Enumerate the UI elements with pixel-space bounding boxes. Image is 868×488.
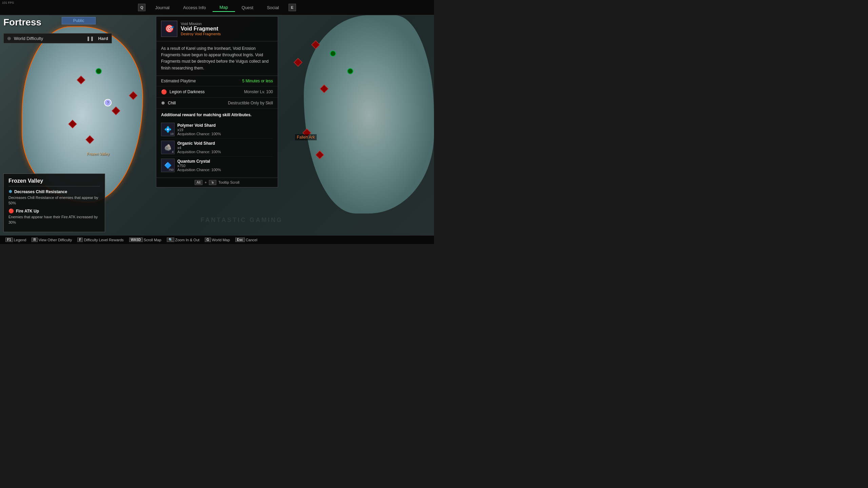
reward-section: Additional reward for matching skill Att… [156, 109, 278, 178]
quantum-name: Quantum Crystal [177, 159, 273, 164]
top-navigation: 101 FPS Q Journal Access Info Map Quest … [0, 0, 434, 15]
quantum-chance: Acquisition Chance: 100% [177, 168, 273, 172]
key-g: G [205, 238, 211, 242]
public-button[interactable]: Public [62, 17, 96, 24]
tooltip-key-alt: Alt [195, 180, 203, 185]
bottom-world-map[interactable]: G World Map [202, 238, 233, 242]
playtime-row: Estimated Playtime 5 Minutes or less [156, 76, 278, 86]
chill-trait-name: Decreases Chill Resistance [14, 189, 67, 194]
quantum-qty: x750 [177, 164, 273, 168]
quantum-badge: 750 [169, 168, 174, 171]
world-difficulty-bar[interactable]: ⊕ World Difficulty ❚❚ Hard [3, 33, 112, 43]
polymer-chance: Acquisition Chance: 100% [177, 132, 273, 136]
bottom-cancel[interactable]: Esc Cancel [233, 238, 260, 242]
organic-shard-icon: 🪨 4 [161, 141, 175, 154]
key-f1: F1 [5, 238, 13, 242]
bottom-difficulty-rewards[interactable]: F Difficulty Level Rewards [75, 238, 126, 242]
bottom-view-other-difficulty[interactable]: R View Other Difficulty [29, 238, 75, 242]
zoom-label: Zoom In & Out [175, 238, 200, 242]
organic-chance: Acquisition Chance: 100% [177, 150, 273, 154]
mission-subtitle: Destroy Void Fragments [181, 32, 273, 36]
fortress-title: Fortress [3, 17, 41, 28]
key-wasd: WASD [129, 238, 143, 242]
nav-quest[interactable]: Quest [235, 4, 260, 12]
fire-trait-name: Fire ATK Up [16, 209, 39, 214]
quantum-crystal-icon: 🔷 750 [161, 159, 175, 172]
mission-panel: 🎯 Void Mission Void Fragment Destroy Voi… [156, 16, 278, 187]
element-name: Chill [168, 101, 225, 105]
fire-trait-desc: Enemies that appear have their Fire ATK … [8, 215, 100, 225]
world-difficulty-label: World Difficulty [14, 36, 84, 41]
reward-item-quantum: 🔷 750 Quantum Crystal x750 Acquisition C… [161, 157, 273, 174]
world-map-label: World Map [212, 238, 230, 242]
scroll-map-label: Scroll Map [144, 238, 161, 242]
mission-icon: 🎯 [161, 21, 177, 37]
chill-icon: ❄ [8, 189, 12, 194]
bottom-scroll-map: WASD Scroll Map [126, 238, 164, 242]
region-trait-fire: 🔴 Fire ATK Up Enemies that appear have t… [8, 208, 100, 225]
organic-name: Organic Void Shard [177, 141, 273, 146]
view-other-label: View Other Difficulty [39, 238, 72, 242]
cancel-label: Cancel [246, 238, 257, 242]
key-r: R [32, 238, 37, 242]
region-trait-chill: ❄ Decreases Chill Resistance Decreases C… [8, 189, 100, 206]
organic-badge: 4 [172, 150, 174, 154]
tooltip-scroll-row: Alt + 🖱 Tooltip Scroll [156, 178, 278, 187]
nav-map[interactable]: Map [213, 3, 235, 12]
world-difficulty-value: Hard [98, 36, 108, 41]
element-icon: ❄ [161, 100, 165, 106]
frozen-valley-label: Frozen Valley [87, 152, 109, 156]
left-panel: Fortress Public ⊕ World Difficulty ❚❚ Ha… [3, 17, 112, 43]
key-f: F [77, 238, 83, 242]
chill-trait-desc: Decreases Chill Resistance of enemies th… [8, 195, 100, 206]
polymer-qty: x19 [177, 128, 273, 132]
polymer-shard-icon: 💠 19 [161, 123, 175, 136]
nav-access-info[interactable]: Access Info [176, 4, 213, 12]
map-marker-green-right[interactable] [330, 50, 336, 57]
mission-name: Void Fragment [181, 26, 273, 32]
map-marker-green-right-2[interactable] [347, 68, 353, 74]
region-tooltip: Frozen Valley ❄ Decreases Chill Resistan… [3, 174, 105, 232]
tooltip-scroll-label: Tooltip Scroll [218, 180, 239, 184]
nav-journal[interactable]: Journal [148, 4, 176, 12]
legend-label: Legend [14, 238, 26, 242]
world-difficulty-icon: ⊕ [7, 36, 11, 41]
nav-key-e[interactable]: E [289, 4, 296, 11]
playtime-label: Estimated Playtime [161, 79, 196, 83]
fallen-ark-label: Fallen Ark [295, 134, 316, 140]
reward-header: Additional reward for matching skill Att… [161, 112, 273, 118]
polymer-badge: 19 [170, 132, 174, 136]
nav-social[interactable]: Social [260, 4, 285, 12]
nav-key-q[interactable]: Q [138, 4, 145, 11]
affinity-row: 🔴 Legion of Darkness Monster Lv. 100 [156, 86, 278, 98]
tooltip-key-mouse: 🖱 [209, 180, 216, 185]
organic-qty: x4 [177, 146, 273, 150]
mission-description: As a result of Karel using the Ironheart… [156, 41, 278, 76]
legion-icon: 🔴 [161, 89, 167, 95]
affinity-name: Legion of Darkness [170, 89, 241, 94]
map-marker-green[interactable] [96, 68, 102, 74]
bottom-legend[interactable]: F1 Legend [3, 238, 29, 242]
mission-type: Void Mission [181, 22, 273, 26]
mission-header: 🎯 Void Mission Void Fragment Destroy Voi… [156, 17, 278, 41]
element-row: ❄ Chill Destructible Only by Skill [156, 98, 278, 109]
world-difficulty-lines: ❚❚ [86, 36, 94, 41]
zoom-icon: 🔍 [167, 238, 174, 242]
region-name: Frozen Valley [8, 178, 100, 186]
tooltip-plus: + [204, 180, 206, 184]
key-esc: Esc [235, 238, 245, 242]
fire-icon: 🔴 [8, 208, 14, 214]
polymer-name: Polymer Void Shard [177, 123, 273, 128]
difficulty-rewards-label: Difficulty Level Rewards [84, 238, 123, 242]
playtime-value: 5 Minutes or less [242, 79, 273, 83]
bottom-bar: F1 Legend R View Other Difficulty F Diff… [0, 235, 434, 244]
element-info: Destructible Only by Skill [228, 101, 273, 105]
fps-counter: 101 FPS [2, 1, 14, 4]
affinity-info: Monster Lv. 100 [244, 89, 273, 94]
bottom-zoom: 🔍 Zoom In & Out [164, 238, 202, 242]
island-right [304, 15, 434, 214]
reward-item-organic: 🪨 4 Organic Void Shard x4 Acquisition Ch… [161, 139, 273, 157]
reward-item-polymer: 💠 19 Polymer Void Shard x19 Acquisition … [161, 121, 273, 139]
